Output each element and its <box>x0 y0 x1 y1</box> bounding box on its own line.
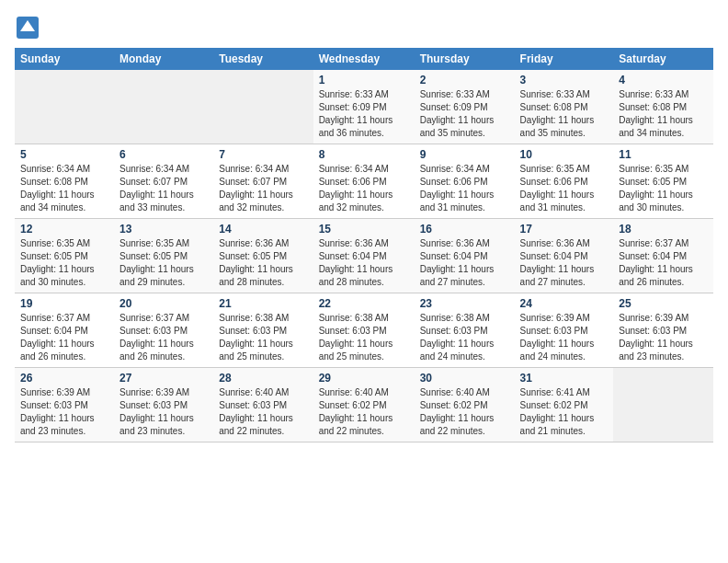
day-info: Sunrise: 6:35 AM Sunset: 6:06 PM Dayligh… <box>520 163 609 214</box>
calendar-cell: 9Sunrise: 6:34 AM Sunset: 6:06 PM Daylig… <box>415 144 515 219</box>
calendar-cell: 20Sunrise: 6:37 AM Sunset: 6:03 PM Dayli… <box>114 293 213 368</box>
day-number: 3 <box>520 74 609 86</box>
calendar-cell <box>15 70 114 144</box>
calendar-cell <box>613 368 713 442</box>
day-info: Sunrise: 6:37 AM Sunset: 6:03 PM Dayligh… <box>119 312 208 363</box>
day-info: Sunrise: 6:38 AM Sunset: 6:03 PM Dayligh… <box>219 312 307 363</box>
calendar-cell: 26Sunrise: 6:39 AM Sunset: 6:03 PM Dayli… <box>15 368 114 442</box>
day-info: Sunrise: 6:40 AM Sunset: 6:03 PM Dayligh… <box>219 386 307 438</box>
day-info: Sunrise: 6:37 AM Sunset: 6:04 PM Dayligh… <box>20 312 108 363</box>
calendar-cell: 14Sunrise: 6:36 AM Sunset: 6:05 PM Dayli… <box>213 219 313 293</box>
day-info: Sunrise: 6:39 AM Sunset: 6:03 PM Dayligh… <box>20 386 108 438</box>
calendar-cell: 11Sunrise: 6:35 AM Sunset: 6:05 PM Dayli… <box>613 144 713 219</box>
day-number: 24 <box>520 297 609 310</box>
calendar-cell: 15Sunrise: 6:36 AM Sunset: 6:04 PM Dayli… <box>313 219 415 293</box>
day-number: 15 <box>319 223 409 236</box>
day-info: Sunrise: 6:34 AM Sunset: 6:07 PM Dayligh… <box>119 163 208 214</box>
calendar-cell: 16Sunrise: 6:36 AM Sunset: 6:04 PM Dayli… <box>415 219 515 293</box>
day-header-sunday: Sunday <box>15 48 114 70</box>
day-number: 25 <box>619 297 708 310</box>
calendar-week-row: 1Sunrise: 6:33 AM Sunset: 6:09 PM Daylig… <box>15 70 713 144</box>
day-number: 28 <box>219 372 307 385</box>
calendar-week-row: 19Sunrise: 6:37 AM Sunset: 6:04 PM Dayli… <box>15 293 713 368</box>
calendar-cell: 19Sunrise: 6:37 AM Sunset: 6:04 PM Dayli… <box>15 293 114 368</box>
day-info: Sunrise: 6:34 AM Sunset: 6:06 PM Dayligh… <box>319 163 409 214</box>
day-number: 14 <box>219 223 307 236</box>
day-number: 30 <box>420 372 509 385</box>
day-number: 21 <box>219 297 307 310</box>
day-info: Sunrise: 6:34 AM Sunset: 6:08 PM Dayligh… <box>20 163 108 214</box>
day-info: Sunrise: 6:36 AM Sunset: 6:05 PM Dayligh… <box>219 237 307 289</box>
calendar-table: SundayMondayTuesdayWednesdayThursdayFrid… <box>15 48 713 442</box>
calendar-cell: 7Sunrise: 6:34 AM Sunset: 6:07 PM Daylig… <box>213 144 313 219</box>
calendar-cell <box>213 70 313 144</box>
day-number: 26 <box>20 372 108 385</box>
day-info: Sunrise: 6:38 AM Sunset: 6:03 PM Dayligh… <box>420 312 509 363</box>
calendar-cell: 22Sunrise: 6:38 AM Sunset: 6:03 PM Dayli… <box>313 293 415 368</box>
calendar-cell: 1Sunrise: 6:33 AM Sunset: 6:09 PM Daylig… <box>313 70 415 144</box>
day-number: 1 <box>319 74 409 86</box>
day-info: Sunrise: 6:35 AM Sunset: 6:05 PM Dayligh… <box>119 237 208 289</box>
day-header-thursday: Thursday <box>415 48 515 70</box>
day-number: 5 <box>20 148 108 161</box>
day-number: 17 <box>520 223 609 236</box>
day-info: Sunrise: 6:36 AM Sunset: 6:04 PM Dayligh… <box>520 237 609 289</box>
calendar-cell: 17Sunrise: 6:36 AM Sunset: 6:04 PM Dayli… <box>515 219 614 293</box>
day-number: 4 <box>619 74 708 86</box>
day-info: Sunrise: 6:36 AM Sunset: 6:04 PM Dayligh… <box>420 237 509 289</box>
calendar-cell: 29Sunrise: 6:40 AM Sunset: 6:02 PM Dayli… <box>313 368 415 442</box>
calendar-cell: 27Sunrise: 6:39 AM Sunset: 6:03 PM Dayli… <box>114 368 213 442</box>
calendar-cell: 31Sunrise: 6:41 AM Sunset: 6:02 PM Dayli… <box>515 368 614 442</box>
calendar-cell: 28Sunrise: 6:40 AM Sunset: 6:03 PM Dayli… <box>213 368 313 442</box>
day-header-monday: Monday <box>114 48 213 70</box>
day-number: 20 <box>119 297 208 310</box>
day-header-friday: Friday <box>515 48 614 70</box>
day-info: Sunrise: 6:39 AM Sunset: 6:03 PM Dayligh… <box>520 312 609 363</box>
day-info: Sunrise: 6:33 AM Sunset: 6:09 PM Dayligh… <box>420 88 509 140</box>
calendar-cell: 18Sunrise: 6:37 AM Sunset: 6:04 PM Dayli… <box>613 219 713 293</box>
page-header <box>15 15 713 40</box>
calendar-cell: 30Sunrise: 6:40 AM Sunset: 6:02 PM Dayli… <box>415 368 515 442</box>
calendar-cell: 4Sunrise: 6:33 AM Sunset: 6:08 PM Daylig… <box>613 70 713 144</box>
calendar-cell: 3Sunrise: 6:33 AM Sunset: 6:08 PM Daylig… <box>515 70 614 144</box>
calendar-week-row: 12Sunrise: 6:35 AM Sunset: 6:05 PM Dayli… <box>15 219 713 293</box>
day-number: 2 <box>420 74 509 86</box>
day-info: Sunrise: 6:40 AM Sunset: 6:02 PM Dayligh… <box>319 386 409 438</box>
day-number: 27 <box>119 372 208 385</box>
calendar-cell: 12Sunrise: 6:35 AM Sunset: 6:05 PM Dayli… <box>15 219 114 293</box>
day-header-saturday: Saturday <box>613 48 713 70</box>
day-header-wednesday: Wednesday <box>313 48 415 70</box>
day-info: Sunrise: 6:34 AM Sunset: 6:06 PM Dayligh… <box>420 163 509 214</box>
day-info: Sunrise: 6:33 AM Sunset: 6:08 PM Dayligh… <box>619 88 708 140</box>
day-info: Sunrise: 6:36 AM Sunset: 6:04 PM Dayligh… <box>319 237 409 289</box>
day-number: 10 <box>520 148 609 161</box>
calendar-cell <box>114 70 213 144</box>
day-info: Sunrise: 6:35 AM Sunset: 6:05 PM Dayligh… <box>20 237 108 289</box>
calendar-cell: 8Sunrise: 6:34 AM Sunset: 6:06 PM Daylig… <box>313 144 415 219</box>
day-number: 7 <box>219 148 307 161</box>
day-info: Sunrise: 6:38 AM Sunset: 6:03 PM Dayligh… <box>319 312 409 363</box>
logo <box>15 15 44 40</box>
day-number: 16 <box>420 223 509 236</box>
day-info: Sunrise: 6:39 AM Sunset: 6:03 PM Dayligh… <box>619 312 708 363</box>
day-info: Sunrise: 6:37 AM Sunset: 6:04 PM Dayligh… <box>619 237 708 289</box>
calendar-cell: 13Sunrise: 6:35 AM Sunset: 6:05 PM Dayli… <box>114 219 213 293</box>
calendar-body: 1Sunrise: 6:33 AM Sunset: 6:09 PM Daylig… <box>15 70 713 442</box>
day-info: Sunrise: 6:40 AM Sunset: 6:02 PM Dayligh… <box>420 386 509 438</box>
day-info: Sunrise: 6:33 AM Sunset: 6:09 PM Dayligh… <box>319 88 409 140</box>
day-number: 31 <box>520 372 609 385</box>
calendar-cell: 2Sunrise: 6:33 AM Sunset: 6:09 PM Daylig… <box>415 70 515 144</box>
calendar-cell: 25Sunrise: 6:39 AM Sunset: 6:03 PM Dayli… <box>613 293 713 368</box>
calendar-week-row: 5Sunrise: 6:34 AM Sunset: 6:08 PM Daylig… <box>15 144 713 219</box>
day-number: 6 <box>119 148 208 161</box>
logo-icon <box>15 15 40 40</box>
calendar-week-row: 26Sunrise: 6:39 AM Sunset: 6:03 PM Dayli… <box>15 368 713 442</box>
calendar-cell: 10Sunrise: 6:35 AM Sunset: 6:06 PM Dayli… <box>515 144 614 219</box>
day-info: Sunrise: 6:35 AM Sunset: 6:05 PM Dayligh… <box>619 163 708 214</box>
day-number: 13 <box>119 223 208 236</box>
day-info: Sunrise: 6:39 AM Sunset: 6:03 PM Dayligh… <box>119 386 208 438</box>
day-number: 22 <box>319 297 409 310</box>
day-number: 29 <box>319 372 409 385</box>
day-header-tuesday: Tuesday <box>213 48 313 70</box>
day-info: Sunrise: 6:41 AM Sunset: 6:02 PM Dayligh… <box>520 386 609 438</box>
